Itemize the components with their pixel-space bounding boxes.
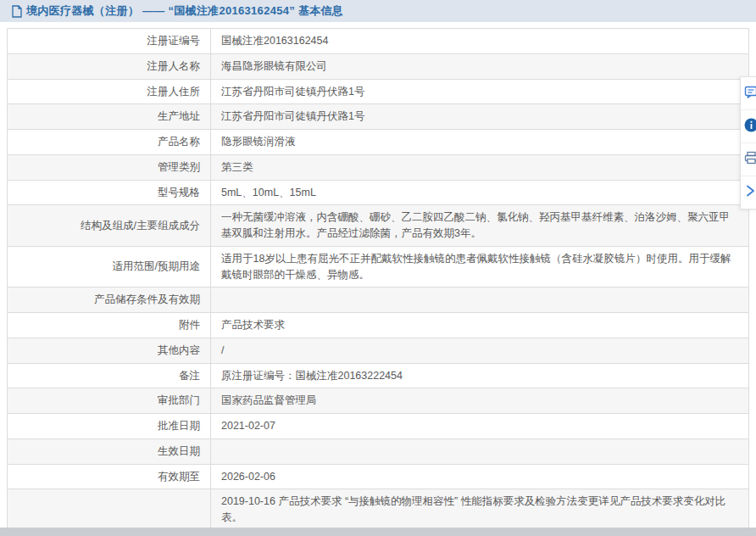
row-label-text: 注册证编号 [147,35,201,47]
feedback-icon [744,85,756,102]
row-label: 注册人住所 [8,79,211,104]
side-toolbar [740,76,756,209]
table-row: 产品储存条件及有效期 [8,288,749,313]
row-value: 原注册证编号：国械注准20163222454 [211,363,749,388]
row-label: 管理类别 [8,154,211,180]
table-row: 附件产品技术要求 [8,313,749,338]
row-label-text: 有效期至 [158,471,200,483]
row-value: 海昌隐形眼镜有限公司 [211,53,749,79]
side-toolbar-button-feedback[interactable] [741,77,756,110]
chevron-right-icon [744,184,756,201]
row-label: 注册证编号 [8,29,211,54]
table-row: 管理类别第三类 [8,154,749,180]
row-label-text: 产品名称 [158,136,200,148]
row-value: 第三类 [211,154,749,180]
row-label: 生产地址 [8,104,211,130]
row-value: 江苏省丹阳市司徒镇丹伏路1号 [211,104,749,130]
row-label-text: 注册人名称 [147,60,201,72]
row-value: 2026-02-06 [211,464,749,489]
row-label-text: 产品储存条件及有效期 [94,293,200,305]
row-label: 备注 [8,363,211,388]
table-row: 型号规格5mL、10mL、15mL [8,180,749,205]
row-label-text: 结构及组成/主要组成成分 [81,220,200,232]
row-label-text: 其他内容 [158,344,200,356]
table-row: 其他内容/ [8,338,749,363]
table-row: 结构及组成/主要组成成分一种无菌缓冲溶液，内含硼酸、硼砂、乙二胺四乙酸二钠、氯化… [8,205,749,247]
row-label-text: 审批部门 [158,394,200,406]
row-label: 结构及组成/主要组成成分 [8,205,211,247]
row-label-text: 附件 [179,319,200,331]
side-toolbar-button-printer[interactable] [741,143,756,176]
row-value: 国械注准20163162454 [211,29,749,54]
row-value: 江苏省丹阳市司徒镇丹伏路1号 [211,79,749,104]
table-row: 注册人名称海昌隐形眼镜有限公司 [8,53,749,79]
row-label-text: 生效日期 [158,445,200,457]
row-label-text: 适用范围/预期用途 [113,260,200,272]
row-label: 批准日期 [8,414,211,439]
table-row: 生效日期 [8,438,749,464]
table-row: 注册证编号国械注准20163162454 [8,29,749,54]
row-value: 2021-02-07 [211,414,749,439]
row-label: 生效日期 [8,438,211,464]
row-label-text: 生产地址 [158,110,200,122]
row-value [211,438,749,464]
info-icon [744,118,756,136]
row-label-text: 注册人住所 [147,86,201,98]
document-icon [11,5,22,18]
row-label-text: 型号规格 [158,187,200,198]
row-value: 适用于18岁以上患有屈光不正并配戴软性接触镜的患者佩戴软性接触镜（含硅水凝胶镜片… [211,246,749,288]
row-value: 产品技术要求 [211,313,749,338]
row-label: 有效期至 [8,464,211,489]
row-label: 审批部门 [8,388,211,414]
row-value: 5mL、10mL、15mL [211,180,749,205]
row-label-text: 管理类别 [158,161,200,173]
row-label: 注册人名称 [8,53,211,79]
table-row: 注册人住所江苏省丹阳市司徒镇丹伏路1号 [8,79,749,104]
table-row: 生产地址江苏省丹阳市司徒镇丹伏路1号 [8,104,749,130]
row-label: 产品储存条件及有效期 [8,288,211,313]
row-label: 其他内容 [8,338,211,363]
row-label: 附件 [8,313,211,338]
row-label-text: 批准日期 [158,420,200,432]
table-row: 审批部门国家药品监督管理局 [8,388,749,414]
row-value [211,288,749,313]
row-label-text: 备注 [179,370,200,382]
page: 境内医疗器械（注册） —— “国械注准20163162454” 基本信息 注册证… [0,0,756,536]
page-title: 境内医疗器械（注册） —— “国械注准20163162454” 基本信息 [26,3,343,19]
table-row: 适用范围/预期用途适用于18岁以上患有屈光不正并配戴软性接触镜的患者佩戴软性接触… [8,246,749,288]
table-row: 批准日期2021-02-07 [8,414,749,439]
side-toolbar-button-info[interactable] [741,110,756,143]
row-value: 一种无菌缓冲溶液，内含硼酸、硼砂、乙二胺四乙酸二钠、氯化钠、羟丙基甲基纤维素、泊… [211,205,749,247]
row-value: 隐形眼镜润滑液 [211,130,749,155]
printer-icon [744,151,756,168]
side-toolbar-button-chevron-right[interactable] [741,176,756,209]
table-row: 产品名称隐形眼镜润滑液 [8,130,749,155]
table-row: 备注原注册证编号：国械注准20163222454 [8,363,749,388]
row-value: / [211,338,749,363]
row-label: 适用范围/预期用途 [8,246,211,288]
table-row: 有效期至2026-02-06 [8,464,749,489]
registration-info-table: 注册证编号国械注准20163162454注册人名称海昌隐形眼镜有限公司注册人住所… [7,28,749,536]
row-label: 产品名称 [8,130,211,155]
page-header: 境内医疗器械（注册） —— “国械注准20163162454” 基本信息 [0,0,756,22]
row-value: 国家药品监督管理局 [211,388,749,414]
bottom-strip [0,528,756,536]
row-label: 型号规格 [8,180,211,205]
